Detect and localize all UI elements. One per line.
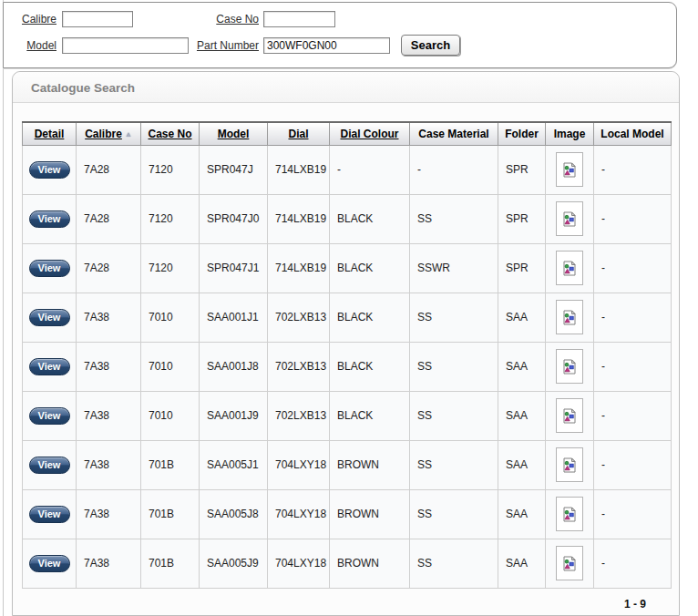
cell-dial-colour: BLACK [330, 391, 410, 440]
table-row: View 7A38 7010 SAA001J8 702LXB13 BLACK S… [23, 342, 672, 391]
table-row: View 7A38 701B SAA005J9 704LXY18 BROWN S… [23, 539, 672, 588]
cell-calibre: 7A38 [77, 342, 141, 391]
cell-calibre: 7A38 [77, 440, 141, 489]
panel-title: Catalogue Search [13, 72, 679, 95]
cell-model: SPR047J1 [200, 243, 268, 293]
table-header-row: Detail Calibre▲ Case No Model Dial Dial … [23, 122, 672, 145]
cell-case-no: 701B [141, 440, 200, 489]
table-row: View 7A28 7120 SPR047J1 714LXB19 BLACK S… [23, 243, 672, 293]
cell-image [546, 391, 594, 440]
image-placeholder-icon[interactable] [556, 546, 583, 580]
view-button[interactable]: View [29, 358, 70, 375]
case-no-input[interactable] [263, 11, 335, 27]
view-button[interactable]: View [29, 555, 70, 572]
column-header-calibre[interactable]: Calibre▲ [77, 122, 141, 145]
cell-local-model: - [594, 489, 672, 539]
image-placeholder-icon[interactable] [556, 398, 583, 433]
column-header-case-no[interactable]: Case No [141, 122, 200, 145]
cell-calibre: 7A28 [77, 194, 141, 243]
cell-calibre: 7A38 [77, 293, 141, 342]
catalogue-search-panel: Catalogue Search Detail Calibre▲ Case No… [12, 71, 680, 616]
column-header-case-material: Case Material [410, 122, 498, 145]
cell-local-model: - [594, 145, 672, 194]
column-header-folder: Folder [498, 122, 546, 145]
model-input[interactable] [62, 37, 189, 54]
calibre-label[interactable]: Calibre [4, 13, 56, 26]
cell-case-no: 7120 [141, 145, 200, 194]
cell-image [546, 293, 594, 342]
cell-case-material: SS [410, 194, 498, 243]
cell-model: SAA005J1 [200, 440, 268, 489]
view-button[interactable]: View [29, 506, 70, 523]
cell-calibre: 7A28 [77, 243, 141, 293]
cell-case-no: 701B [141, 489, 200, 539]
case-no-label[interactable]: Case No [186, 13, 259, 26]
catalogue-results-table: Detail Calibre▲ Case No Model Dial Dial … [22, 121, 672, 589]
image-placeholder-icon[interactable] [556, 201, 583, 236]
cell-model: SAA001J8 [200, 342, 268, 391]
cell-folder: SAA [498, 489, 546, 539]
cell-case-material: - [410, 145, 498, 194]
cell-dial: 704LXY18 [268, 489, 330, 539]
image-placeholder-icon[interactable] [556, 447, 583, 482]
cell-image [546, 194, 594, 243]
cell-case-no: 7120 [141, 194, 200, 243]
column-header-dial[interactable]: Dial [268, 122, 330, 145]
cell-model: SAA005J8 [200, 489, 268, 539]
cell-dial: 702LXB13 [268, 293, 330, 342]
image-placeholder-icon[interactable] [556, 152, 583, 187]
image-placeholder-icon[interactable] [556, 349, 583, 384]
view-button[interactable]: View [29, 260, 70, 277]
cell-local-model: - [594, 194, 672, 243]
cell-image [546, 243, 594, 293]
cell-folder: SAA [498, 293, 546, 342]
cell-calibre: 7A38 [77, 489, 141, 539]
view-button[interactable]: View [29, 309, 70, 326]
column-header-dial-colour[interactable]: Dial Colour [330, 122, 410, 145]
part-number-input[interactable] [263, 37, 390, 54]
cell-dial-colour: BROWN [330, 440, 410, 489]
cell-dial-colour: BLACK [330, 243, 410, 293]
cell-model: SPR047J [200, 145, 268, 194]
cell-case-no: 701B [141, 539, 200, 588]
view-button[interactable]: View [29, 407, 70, 425]
cell-calibre: 7A38 [77, 539, 141, 588]
column-header-detail[interactable]: Detail [23, 122, 77, 145]
cell-calibre: 7A38 [77, 391, 141, 440]
cell-dial: 704LXY18 [268, 539, 330, 588]
part-number-label[interactable]: Part Number [181, 39, 259, 52]
view-button[interactable]: View [29, 210, 70, 228]
cell-local-model: - [594, 342, 672, 391]
image-placeholder-icon[interactable] [556, 300, 583, 334]
cell-dial: 702LXB13 [268, 391, 330, 440]
table-row: View 7A38 701B SAA005J1 704LXY18 BROWN S… [23, 440, 672, 489]
cell-dial: 714LXB19 [268, 145, 330, 194]
column-header-image: Image [546, 122, 594, 145]
calibre-input[interactable] [62, 11, 133, 27]
cell-image [546, 489, 594, 539]
cell-model: SAA001J9 [200, 391, 268, 440]
cell-case-material: SS [410, 342, 498, 391]
view-button[interactable]: View [29, 457, 70, 474]
cell-dial: 714LXB19 [268, 243, 330, 293]
cell-case-material: SS [410, 391, 498, 440]
cell-model: SAA005J9 [200, 539, 268, 588]
cell-local-model: - [594, 293, 672, 342]
cell-dial-colour: BROWN [330, 489, 410, 539]
column-header-model[interactable]: Model [200, 122, 268, 145]
cell-local-model: - [594, 440, 672, 489]
image-placeholder-icon[interactable] [556, 497, 583, 531]
cell-dial-colour: BLACK [330, 342, 410, 391]
cell-dial: 714LXB19 [268, 194, 330, 243]
model-label[interactable]: Model [4, 39, 56, 52]
table-row: View 7A28 7120 SPR047J 714LXB19 - - SPR … [23, 145, 672, 194]
panel-titlebar: Catalogue Search [13, 72, 679, 103]
image-placeholder-icon[interactable] [556, 251, 583, 285]
sort-asc-icon: ▲ [125, 130, 132, 139]
cell-folder: SPR [498, 194, 546, 243]
table-row: View 7A38 701B SAA005J8 704LXY18 BROWN S… [23, 489, 672, 539]
search-button[interactable]: Search [401, 35, 460, 56]
cell-case-no: 7010 [141, 293, 200, 342]
view-button[interactable]: View [29, 161, 70, 179]
pagination-range: 1 - 9 [22, 598, 672, 611]
